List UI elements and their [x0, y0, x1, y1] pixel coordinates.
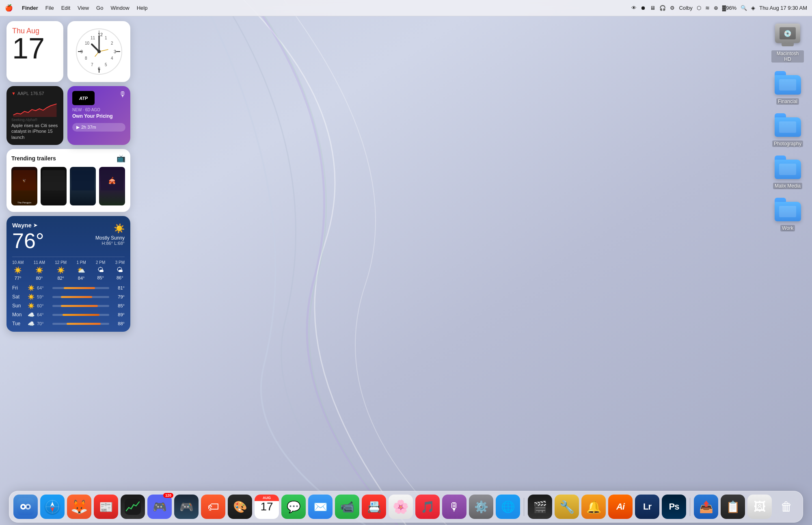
calendar-day: 17 — [12, 34, 58, 63]
trailer-item-4[interactable]: 🎪 — [99, 167, 125, 205]
dock-illustrator[interactable]: Ai — [608, 495, 633, 519]
svg-text:1: 1 — [105, 36, 107, 40]
podcast-new-badge: NEW · 6D AGO — [72, 108, 125, 112]
desktop-icons: 💿 Macintosh HD Financial — [771, 21, 804, 231]
widget-calendar[interactable]: Thu Aug 17 — [6, 21, 63, 82]
svg-text:6: 6 — [98, 66, 100, 71]
forecast-bar-sun — [61, 305, 98, 307]
airpods-icon[interactable]: 🎧 — [659, 5, 666, 11]
weather-condition: Mostly Sunny H:86° L:68° — [95, 235, 125, 246]
svg-text:3: 3 — [114, 49, 116, 54]
trailer-item-3[interactable] — [70, 167, 96, 205]
vpn-icon[interactable]: ⊕ — [714, 5, 718, 11]
desktop-icon-photography[interactable]: Photography — [771, 111, 804, 147]
menu-edit[interactable]: Edit — [61, 5, 70, 11]
dock-globe[interactable]: 🌐 — [496, 495, 520, 519]
forecast-mon: Mon ☁️ 64° 89° — [12, 311, 125, 318]
dock-pics[interactable]: 🖼 — [747, 495, 772, 519]
trailer-item-1[interactable]: 🦅 The Penguin — [11, 167, 37, 205]
trailers-title: Trending trailers — [11, 155, 56, 162]
dock-facetime[interactable]: 📹 — [335, 495, 359, 519]
podcast-play-button[interactable]: ▶ 2h 37m — [72, 123, 125, 132]
menu-window[interactable]: Window — [110, 5, 129, 11]
widget-weather[interactable]: Wayne ➤ 76° ☀️ Mostly Sunny H:86° L:68° — [6, 216, 130, 332]
svg-point-29 — [27, 506, 29, 508]
trailer-poster-1: 🦅 The Penguin — [11, 167, 37, 205]
dock: 🦊 📰 🎮 120 🎮 🏷 🎨 AUG 17 — [9, 491, 803, 523]
news-icon: 📰 — [94, 495, 118, 519]
menubar-right: 👁 ⏺ 🖥 🎧 ⚙ Colby ⬡ ≋ ⊕ ▓ 96% 🔍 ◈ Thu Aug … — [631, 5, 807, 11]
dock-settings[interactable]: ⚙️ — [469, 495, 493, 519]
vlc-icon: 🔔 — [581, 495, 606, 519]
dock-finalcut[interactable]: 🎬 — [528, 495, 552, 519]
display-icon[interactable]: 🖥 — [650, 5, 655, 11]
widget-stock[interactable]: ▼ AAPL 176.57 Seeking Alpha® Apple rises… — [6, 86, 63, 145]
menu-help[interactable]: Help — [137, 5, 148, 11]
dock-separator — [524, 498, 524, 516]
stock-headline: Apple rises as Citi sees catalyst in iPh… — [11, 123, 58, 140]
widgets-area: Thu Aug 17 — [6, 21, 130, 332]
dock-trash[interactable]: 🗑 — [774, 495, 799, 519]
siri-icon[interactable]: ◈ — [751, 5, 755, 11]
dock-lightroom[interactable]: Lr — [635, 495, 659, 519]
dock-messages[interactable]: 💬 — [281, 495, 306, 519]
menu-go[interactable]: Go — [96, 5, 103, 11]
dock-vlc[interactable]: 🔔 — [581, 495, 606, 519]
dock-calendar[interactable]: AUG 17 — [255, 495, 279, 519]
bluetooth-icon[interactable]: ⬡ — [697, 5, 701, 11]
dock-procreate[interactable]: 🎨 — [228, 495, 252, 519]
steam-icon: 🎮 — [174, 495, 199, 519]
dock-cashback[interactable]: 🏷 — [201, 495, 225, 519]
svg-text:5: 5 — [105, 63, 107, 67]
dock-news[interactable]: 📰 — [94, 495, 118, 519]
trailer-item-2[interactable] — [41, 167, 67, 205]
wifi-icon[interactable]: ≋ — [705, 5, 710, 11]
dock-discord[interactable]: 🎮 120 — [147, 495, 172, 519]
dock-mail[interactable]: ✉️ — [308, 495, 333, 519]
battery-icon[interactable]: ▓ 96% — [722, 5, 737, 11]
dock-music[interactable]: 🎵 — [415, 495, 440, 519]
dock-photos[interactable]: 🌸 — [389, 495, 413, 519]
desktop-icon-work[interactable]: Work — [771, 196, 804, 231]
dock-aircopy[interactable]: 📤 — [694, 495, 718, 519]
widget-clock[interactable]: 12 3 6 9 1 2 4 5 7 8 10 11 — [67, 21, 130, 82]
desktop-icon-macintoshhd[interactable]: 💿 Macintosh HD — [771, 21, 804, 63]
finder-icon — [13, 495, 38, 519]
dock-handbrake[interactable]: 🔧 — [555, 495, 579, 519]
screentime-icon[interactable]: 👁 — [631, 5, 637, 11]
dock-photoshop[interactable]: Ps — [662, 495, 686, 519]
facetime-icon: 📹 — [335, 495, 359, 519]
menu-view[interactable]: View — [78, 5, 89, 11]
airplay-icon[interactable]: ⏺ — [641, 5, 646, 11]
widget-podcast[interactable]: 🎙 ATP NEW · 6D AGO Own Your Pricing ▶ 2h… — [67, 86, 130, 145]
folder-photography-img — [774, 111, 801, 139]
audio-icon[interactable]: ⚙ — [670, 5, 675, 11]
svg-text:8: 8 — [85, 56, 87, 60]
search-icon[interactable]: 🔍 — [741, 5, 747, 11]
dock-stocks[interactable] — [121, 495, 145, 519]
widget-row-4: Wayne ➤ 76° ☀️ Mostly Sunny H:86° L:68° — [6, 216, 130, 332]
illustrator-icon: Ai — [608, 495, 633, 519]
forecast-tue: Tue ☁️ 70° 88° — [12, 320, 125, 327]
stock-ticker: ▼ AAPL 176.57 — [11, 91, 58, 96]
menu-file[interactable]: File — [45, 5, 54, 11]
dock-steam[interactable]: 🎮 — [174, 495, 199, 519]
svg-text:11: 11 — [91, 36, 95, 40]
widget-trailers[interactable]: Trending trailers 📺 🦅 The Penguin — [6, 149, 130, 212]
dock-podcasts[interactable]: 🎙 — [442, 495, 466, 519]
dock-safari[interactable] — [40, 495, 65, 519]
desktop-icon-financial[interactable]: Financial — [771, 69, 804, 105]
list-icon: 📋 — [721, 495, 745, 519]
dock-list[interactable]: 📋 — [721, 495, 745, 519]
dock-cardhop[interactable]: 📇 — [362, 495, 386, 519]
desktop-icon-malixmedia[interactable]: Malix Media — [771, 153, 804, 189]
app-name[interactable]: Finder — [22, 5, 38, 11]
weather-condition-icon: ☀️ — [114, 223, 125, 234]
globe-icon: 🌐 — [496, 495, 520, 519]
dock-firefox[interactable]: 🦊 — [67, 495, 91, 519]
user-name[interactable]: Colby — [679, 5, 692, 11]
finalcut-icon: 🎬 — [528, 495, 552, 519]
apple-menu[interactable]: 🍎 — [5, 4, 13, 12]
widget-row-3: Trending trailers 📺 🦅 The Penguin — [6, 149, 130, 212]
dock-finder[interactable] — [13, 495, 38, 519]
